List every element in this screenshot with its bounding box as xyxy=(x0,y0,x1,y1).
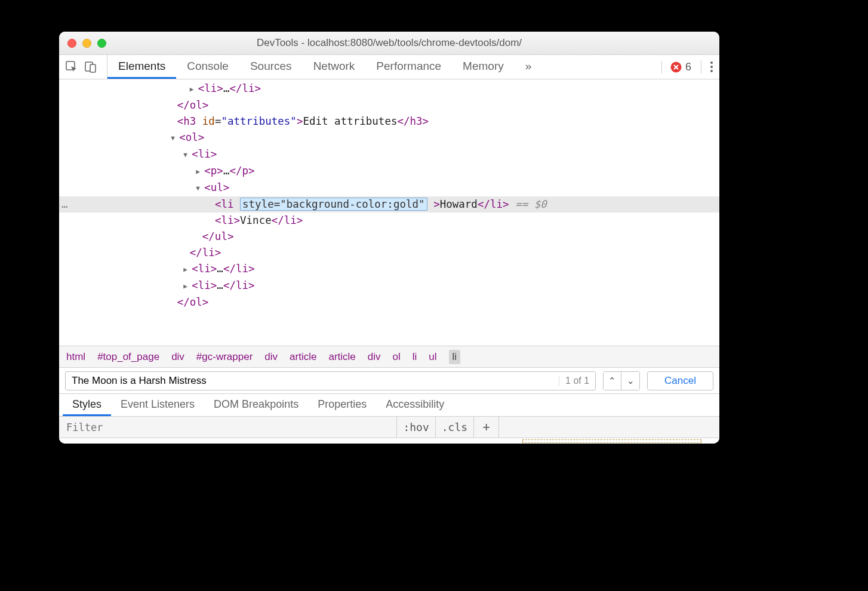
breadcrumb: html #top_of_page div #gc-wrapper div ar… xyxy=(59,346,719,367)
more-options-icon[interactable] xyxy=(701,60,713,73)
tab-elements[interactable]: Elements xyxy=(107,55,176,79)
toolbar-right: 6 xyxy=(655,60,713,73)
tab-network[interactable]: Network xyxy=(303,55,366,79)
dom-row[interactable]: <li>…</li> xyxy=(59,261,719,278)
window-title: DevTools - localhost:8080/web/tools/chro… xyxy=(59,37,719,49)
subtab-dom-breakpoints[interactable]: DOM Breakpoints xyxy=(204,394,308,416)
dom-row[interactable]: <p>…</p> xyxy=(59,163,719,180)
main-tabs: Elements Console Sources Network Perform… xyxy=(107,55,542,79)
subtab-accessibility[interactable]: Accessibility xyxy=(376,394,454,416)
crumb-li[interactable]: li xyxy=(413,351,417,363)
hov-toggle-button[interactable]: :hov xyxy=(396,417,435,438)
crumb-top-of-page[interactable]: #top_of_page xyxy=(97,351,159,363)
dom-row[interactable]: <ul> xyxy=(59,180,719,196)
crumb-li-selected[interactable]: li xyxy=(449,350,461,364)
sub-tabs: Styles Event Listeners DOM Breakpoints P… xyxy=(59,393,719,416)
dom-row[interactable]: </li> xyxy=(59,245,719,261)
styles-filter-input[interactable] xyxy=(59,417,396,438)
tab-performance[interactable]: Performance xyxy=(365,55,452,79)
dom-row[interactable]: <li>…</li> xyxy=(59,278,719,294)
dom-row[interactable]: </ul> xyxy=(59,229,719,245)
search-match-count: 1 of 1 xyxy=(559,375,595,386)
main-toolbar: Elements Console Sources Network Perform… xyxy=(59,55,719,79)
svg-point-5 xyxy=(710,66,713,68)
crumb-article[interactable]: article xyxy=(290,351,316,363)
crumb-gc-wrapper[interactable]: #gc-wrapper xyxy=(196,351,253,363)
error-indicator[interactable]: 6 xyxy=(661,61,691,73)
toolbar-icon-group xyxy=(65,55,107,79)
dom-tree[interactable]: <li>…</li> </ol> <h3 id="attributes">Edi… xyxy=(59,79,719,346)
dom-row[interactable]: <li> xyxy=(59,146,719,163)
search-input-box: 1 of 1 xyxy=(65,371,596,390)
crumb-ol[interactable]: ol xyxy=(393,351,401,363)
error-count: 6 xyxy=(685,61,691,73)
subtab-properties[interactable]: Properties xyxy=(308,394,376,416)
cls-toggle-button[interactable]: .cls xyxy=(435,417,473,438)
inspect-element-icon[interactable] xyxy=(65,60,78,73)
search-cancel-button[interactable]: Cancel xyxy=(647,371,713,390)
new-style-rule-button[interactable]: + xyxy=(473,417,498,438)
subtab-event-listeners[interactable]: Event Listeners xyxy=(111,394,204,416)
svg-point-6 xyxy=(710,70,713,72)
crumb-div[interactable]: div xyxy=(264,351,278,363)
search-prev-button[interactable]: ⌃ xyxy=(604,372,621,390)
search-step-buttons: ⌃ ⌄ xyxy=(603,371,640,390)
dom-row[interactable]: <h3 id="attributes">Edit attributes</h3> xyxy=(59,113,719,130)
search-next-button[interactable]: ⌄ xyxy=(621,372,639,390)
attribute-edit-field[interactable]: style="background-color:gold" xyxy=(240,198,427,211)
tab-memory[interactable]: Memory xyxy=(452,55,515,79)
dom-row[interactable]: <li>…</li> xyxy=(59,81,719,97)
dom-row[interactable]: </ol> xyxy=(59,97,719,113)
styles-sidebar-spacer xyxy=(498,417,719,438)
crumb-ul[interactable]: ul xyxy=(429,351,436,363)
styles-toolbar: :hov .cls + xyxy=(59,416,719,438)
svg-point-4 xyxy=(710,61,713,64)
styles-content-cutoff xyxy=(59,438,719,444)
dom-row[interactable]: <li>Vince</li> xyxy=(59,213,719,229)
dom-row[interactable]: <ol> xyxy=(59,130,719,146)
dom-row-selected[interactable]: … <li style="background-color:gold" >How… xyxy=(59,196,719,213)
box-model-outline xyxy=(522,439,701,443)
tab-console[interactable]: Console xyxy=(176,55,239,79)
devtools-window: DevTools - localhost:8080/web/tools/chro… xyxy=(59,32,719,444)
search-input[interactable] xyxy=(66,375,559,387)
error-icon xyxy=(670,61,682,73)
subtab-styles[interactable]: Styles xyxy=(63,394,111,416)
device-toggle-icon[interactable] xyxy=(84,60,97,73)
tabs-overflow-icon[interactable]: » xyxy=(515,55,543,79)
search-bar: 1 of 1 ⌃ ⌄ Cancel xyxy=(59,367,719,393)
tab-sources[interactable]: Sources xyxy=(239,55,303,79)
crumb-html[interactable]: html xyxy=(66,351,85,363)
dom-row[interactable]: </ol> xyxy=(59,294,719,310)
svg-rect-2 xyxy=(90,64,96,72)
titlebar: DevTools - localhost:8080/web/tools/chro… xyxy=(59,32,719,55)
crumb-article[interactable]: article xyxy=(328,351,355,363)
crumb-div[interactable]: div xyxy=(171,351,184,363)
selected-node-marker: == $0 xyxy=(515,198,547,210)
row-actions-icon[interactable]: … xyxy=(61,196,68,213)
crumb-div[interactable]: div xyxy=(368,351,381,363)
